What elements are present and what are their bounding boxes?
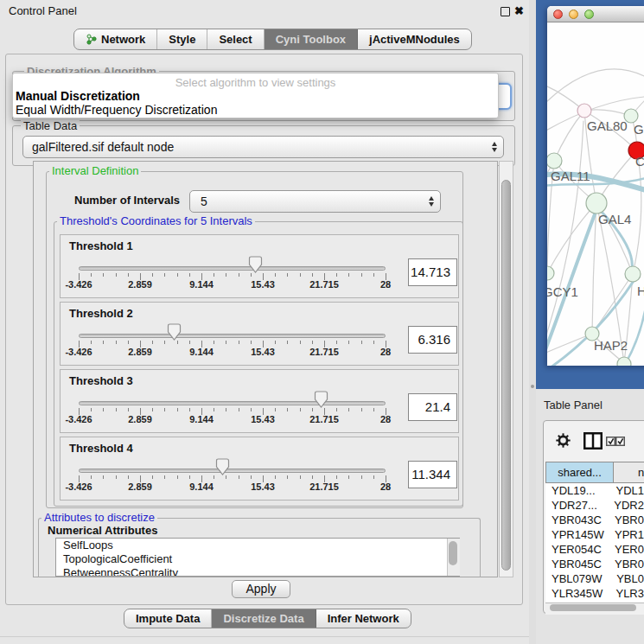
split-pane-divider[interactable] bbox=[529, 0, 536, 644]
tick-label: 21.715 bbox=[303, 279, 345, 290]
cell-name[interactable]: YBR0 bbox=[615, 513, 644, 527]
cell-name[interactable]: YBR0 bbox=[615, 557, 644, 571]
threshold-value-field[interactable]: 11.344 bbox=[408, 461, 457, 488]
cell-shared-name[interactable]: YER054C bbox=[545, 542, 615, 557]
algorithm-option-manual[interactable]: Manual Discretization bbox=[16, 89, 140, 103]
tab-discretize-data[interactable]: Discretize Data bbox=[212, 609, 316, 628]
network-node-h[interactable] bbox=[625, 266, 641, 282]
tab-label: jActiveMNodules bbox=[369, 33, 460, 46]
attribute-item-selfloops[interactable]: SelfLoops bbox=[56, 539, 459, 552]
interval-definition-label: Interval Definition bbox=[49, 165, 141, 176]
tab-select[interactable]: Select bbox=[207, 29, 264, 49]
control-panel: Control Panel ✖ NetworkStyleSelectCyni T… bbox=[0, 0, 529, 644]
number-of-intervals-label: Number of Intervals bbox=[74, 194, 180, 207]
minimize-traffic-light-icon[interactable] bbox=[569, 10, 578, 19]
cell-name[interactable]: YDR2 bbox=[614, 498, 644, 513]
tab-impute-data[interactable]: Impute Data bbox=[124, 609, 212, 628]
top-tab-bar: NetworkStyleSelectCyni ToolboxjActiveMNo… bbox=[73, 29, 472, 50]
tick-label: 2.859 bbox=[119, 279, 161, 290]
cell-shared-name[interactable]: YLR345W bbox=[545, 586, 615, 601]
cell-shared-name[interactable]: YPR145W bbox=[545, 527, 615, 542]
threshold-value-field[interactable]: 14.713 bbox=[408, 258, 457, 286]
gear-icon[interactable] bbox=[556, 433, 571, 448]
slider-track[interactable] bbox=[79, 401, 386, 405]
network-node-gcy1[interactable] bbox=[547, 266, 554, 280]
tab-cyni-toolbox[interactable]: Cyni Toolbox bbox=[265, 29, 358, 49]
slider-track[interactable] bbox=[79, 266, 386, 271]
thresholds-group-label: Threshold's Coordinates for 5 Intervals bbox=[57, 215, 255, 226]
select-columns-icon[interactable] bbox=[606, 436, 626, 447]
cell-shared-name[interactable]: YDR27... bbox=[545, 498, 614, 513]
cell-name[interactable]: YLR3 bbox=[615, 586, 644, 601]
horizontal-scrollbar-thumb[interactable] bbox=[550, 604, 636, 611]
tick-label: -3.426 bbox=[58, 347, 99, 357]
tick-label: 15.43 bbox=[242, 481, 284, 492]
tab-jactivemnodules[interactable]: jActiveMNodules bbox=[358, 29, 471, 49]
table-row[interactable]: YPR145WYPR1 bbox=[545, 527, 644, 542]
attribute-item-betweennesscentrality[interactable]: BetweennessCentrality bbox=[56, 566, 459, 577]
cell-name[interactable]: YER0 bbox=[615, 542, 644, 557]
table-row[interactable]: YLR345WYLR3 bbox=[545, 586, 644, 601]
zoom-traffic-light-icon[interactable] bbox=[584, 10, 594, 19]
tick-label: 28 bbox=[365, 481, 406, 492]
algorithm-option-equal-width[interactable]: Equal Width/Frequency Discretization bbox=[16, 103, 217, 117]
float-window-icon[interactable] bbox=[501, 7, 510, 16]
tab-label: Infer Network bbox=[328, 612, 399, 625]
slider-track[interactable] bbox=[79, 469, 386, 473]
numerical-attributes-list[interactable]: SelfLoopsTopologicalCoefficientBetweenne… bbox=[55, 538, 460, 577]
network-node-gal11[interactable] bbox=[547, 153, 562, 169]
cell-shared-name[interactable]: YBL079W bbox=[545, 571, 616, 586]
cell-name[interactable]: YBL0 bbox=[616, 571, 644, 586]
attributes-list-scrollbar-thumb[interactable] bbox=[449, 541, 457, 565]
table-rows[interactable]: YDL19...YDL1YDR27...YDR2YBR043CYBR0YPR14… bbox=[545, 483, 644, 603]
network-window: GAL80GCGAL11GAL4GCY1HHAP2 bbox=[547, 6, 644, 366]
network-icon bbox=[86, 34, 97, 45]
table-row[interactable]: YDL19...YDL1 bbox=[545, 483, 644, 498]
attribute-item-topologicalcoefficient[interactable]: TopologicalCoefficient bbox=[56, 552, 459, 566]
network-node-gal4[interactable] bbox=[586, 193, 607, 214]
tab-infer-network[interactable]: Infer Network bbox=[316, 609, 411, 628]
tick-label: 2.859 bbox=[119, 481, 161, 492]
network-edge[interactable] bbox=[547, 203, 596, 273]
tick-label: 15.43 bbox=[242, 279, 284, 290]
table-data-combobox[interactable]: galFiltered.sif default node bbox=[22, 136, 504, 158]
cell-shared-name[interactable]: YDL19... bbox=[545, 483, 615, 498]
tick-label: 2.859 bbox=[119, 347, 161, 357]
number-of-intervals-combobox[interactable]: 5 bbox=[189, 190, 441, 213]
tick-label: 21.715 bbox=[303, 347, 345, 357]
table-row[interactable]: YDR27...YDR2 bbox=[545, 498, 644, 513]
table-row[interactable]: YER054CYER0 bbox=[545, 542, 644, 557]
network-canvas[interactable]: GAL80GCGAL11GAL4GCY1HHAP2 bbox=[547, 22, 644, 366]
network-node[interactable] bbox=[617, 357, 631, 366]
threshold-panel-1: Threshold 1-3.4262.8599.14415.4321.71528… bbox=[60, 234, 459, 298]
slider-handle[interactable] bbox=[167, 323, 182, 344]
table-row[interactable]: YBR043CYBR0 bbox=[545, 513, 644, 527]
cell-name[interactable]: YPR1 bbox=[615, 527, 644, 542]
close-traffic-light-icon[interactable] bbox=[553, 10, 563, 19]
table-row[interactable]: YBR045CYBR0 bbox=[545, 557, 644, 571]
network-node-gal80[interactable] bbox=[577, 104, 591, 118]
threshold-value-field[interactable]: 21.4 bbox=[408, 393, 457, 421]
apply-button[interactable]: Apply bbox=[232, 580, 290, 598]
vertical-scrollbar-thumb[interactable] bbox=[501, 180, 511, 571]
tick-label: 15.43 bbox=[242, 414, 284, 424]
slider-handle[interactable] bbox=[248, 256, 263, 277]
table-row[interactable]: YBL079WYBL0 bbox=[545, 571, 644, 586]
cell-shared-name[interactable]: YBR043C bbox=[545, 513, 615, 527]
network-window-titlebar[interactable] bbox=[547, 6, 644, 22]
tab-network[interactable]: Network bbox=[74, 29, 157, 49]
slider-handle[interactable] bbox=[215, 458, 230, 479]
cell-name[interactable]: YDL1 bbox=[615, 483, 644, 498]
slider-handle[interactable] bbox=[314, 391, 328, 411]
cell-shared-name[interactable]: YBR045C bbox=[545, 557, 615, 571]
threshold-value-field[interactable]: 6.316 bbox=[408, 326, 457, 354]
column-header-shared-name[interactable]: shared... bbox=[545, 462, 614, 483]
close-icon[interactable]: ✖ bbox=[514, 4, 524, 17]
column-header-name[interactable]: name bbox=[613, 462, 644, 483]
threshold-panel-4: Threshold 4-3.4262.8599.14415.4321.71528… bbox=[60, 437, 459, 501]
slider-track[interactable] bbox=[79, 334, 386, 338]
threshold-label: Threshold 1 bbox=[69, 239, 133, 252]
divider-handle-icon bbox=[531, 385, 534, 388]
split-columns-icon[interactable] bbox=[583, 432, 603, 450]
tab-style[interactable]: Style bbox=[157, 29, 207, 49]
